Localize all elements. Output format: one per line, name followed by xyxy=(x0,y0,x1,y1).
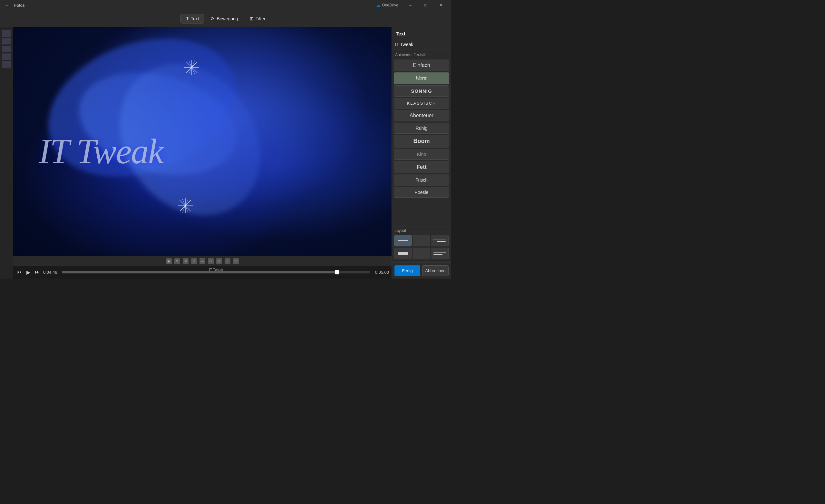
style-item-warm[interactable]: Warm xyxy=(394,73,449,84)
back-icon: ← xyxy=(5,3,9,8)
onedrive-icon: ☁ xyxy=(376,3,381,8)
thumbnail-1[interactable] xyxy=(2,30,11,37)
video-text-overlay: IT Tweak xyxy=(13,27,391,256)
maximize-button[interactable]: □ xyxy=(418,0,433,10)
abbrechen-button[interactable]: Abbrechen xyxy=(422,265,449,276)
layout-line-l1 xyxy=(434,252,446,253)
style-item-poesie[interactable]: Poesie xyxy=(394,187,449,198)
thumbnail-2[interactable] xyxy=(2,38,11,45)
current-time: 0:04,46 xyxy=(43,270,59,275)
panel-header: Text xyxy=(392,27,451,39)
timeline-track[interactable]: IT Tweak xyxy=(62,271,370,273)
main-area: IT Tweak ▣ ✎ ⊞ ⊟ — ✂ ◷ ○ □ ⏮ ▶ ⏭ 0:04,46… xyxy=(0,27,451,278)
close-button[interactable]: ✕ xyxy=(434,0,449,10)
bewegung-icon: ⟳ xyxy=(211,16,215,21)
tl-icon-4[interactable]: ⊟ xyxy=(191,258,197,264)
thumbnail-3[interactable] xyxy=(2,46,11,52)
layout-line-r2 xyxy=(437,241,446,242)
style-item-einfach[interactable]: Einfach xyxy=(394,60,449,71)
video-overlay-text: IT Tweak xyxy=(39,134,163,169)
timeline-icons: ▣ ✎ ⊞ ⊟ — ✂ ◷ ○ □ xyxy=(13,256,391,266)
filter-label: Filter xyxy=(255,16,266,21)
timeline-progress xyxy=(62,271,337,273)
filter-tab[interactable]: ⊞ Filter xyxy=(245,14,271,23)
toolbar: T Text ⟳ Bewegung ⊞ Filter xyxy=(0,10,451,27)
layout-btn-1[interactable] xyxy=(394,235,411,246)
style-item-klassisch[interactable]: KLASSISCH xyxy=(394,98,449,108)
timeline-controls: ⏮ ▶ ⏭ 0:04,46 IT Tweak 0:05,00 xyxy=(13,266,391,278)
text-tab[interactable]: T Text xyxy=(180,14,204,23)
fertig-button[interactable]: Fertig xyxy=(394,265,420,276)
thumbnail-panel xyxy=(0,27,13,278)
text-input[interactable] xyxy=(395,42,451,47)
bewegung-tab[interactable]: ⟳ Bewegung xyxy=(206,14,243,23)
onedrive-label: OneDrive xyxy=(382,3,398,7)
thumbnail-4[interactable] xyxy=(2,54,11,60)
layout-line-r1 xyxy=(433,240,446,240)
bewegung-label: Bewegung xyxy=(217,16,238,21)
thumbnail-5[interactable] xyxy=(2,61,11,68)
skip-back-button[interactable]: ⏮ xyxy=(15,269,23,276)
style-item-sonnig[interactable]: SONNIG xyxy=(394,85,449,97)
layout-grid xyxy=(394,235,449,259)
style-item-frisch[interactable]: Frisch xyxy=(394,175,449,185)
layout-block xyxy=(398,252,408,255)
tl-icon-2[interactable]: ✎ xyxy=(174,258,180,264)
layout-section: Layout xyxy=(392,226,451,262)
layout-btn-4[interactable] xyxy=(394,248,411,259)
style-item-ruhig[interactable]: Ruhig xyxy=(394,123,449,134)
style-item-fett[interactable]: Fett xyxy=(394,161,449,173)
end-time: 0:05,00 xyxy=(374,270,389,275)
style-list: EinfachWarmSONNIGKLASSISCHAbenteuerRuhig… xyxy=(392,58,451,226)
layout-lines-left xyxy=(432,252,448,255)
right-panel: Text ✕ Animierter Textstil EinfachWarmSO… xyxy=(391,27,451,278)
style-item-abenteuer[interactable]: Abenteuer xyxy=(394,110,449,121)
onedrive-indicator: ☁ OneDrive xyxy=(376,3,398,8)
back-button[interactable]: ← xyxy=(3,1,12,10)
tl-icon-7[interactable]: ◷ xyxy=(216,258,222,264)
tl-icon-3[interactable]: ⊞ xyxy=(183,258,189,264)
play-button[interactable]: ▶ xyxy=(25,269,31,276)
timeline-clip-label: IT Tweak xyxy=(209,268,223,271)
tl-icon-8[interactable]: ○ xyxy=(225,258,230,264)
style-item-kino[interactable]: Kino xyxy=(394,149,449,160)
filter-icon: ⊞ xyxy=(250,16,253,21)
tl-icon-9[interactable]: □ xyxy=(233,258,239,264)
title-bar: ← Fotos ☁ OneDrive ─ □ ✕ xyxy=(0,0,451,10)
tl-icon-5[interactable]: — xyxy=(200,258,205,264)
style-item-boom[interactable]: Boom xyxy=(394,135,449,148)
layout-btn-2[interactable] xyxy=(413,235,430,246)
layout-line-1 xyxy=(398,240,408,241)
layout-btn-5[interactable] xyxy=(413,248,430,259)
tl-icon-1[interactable]: ▣ xyxy=(166,258,172,264)
style-section-label: Animierter Textstil xyxy=(392,50,451,58)
layout-line-l2 xyxy=(434,254,443,255)
text-tab-icon: T xyxy=(186,16,189,21)
skip-forward-button[interactable]: ⏭ xyxy=(33,269,41,276)
layout-btn-6[interactable] xyxy=(432,248,449,259)
text-tab-label: Text xyxy=(191,16,199,21)
title-bar-right: ☁ OneDrive ─ □ ✕ xyxy=(376,0,449,10)
minimize-button[interactable]: ─ xyxy=(403,0,418,10)
tl-icon-6[interactable]: ✂ xyxy=(208,258,214,264)
layout-lines-right xyxy=(433,240,447,242)
app-title: Fotos xyxy=(14,3,25,8)
panel-bottom: Fertig Abbrechen xyxy=(392,262,451,278)
video-canvas: IT Tweak xyxy=(13,27,391,256)
title-bar-left: ← Fotos xyxy=(3,1,25,10)
layout-btn-3[interactable] xyxy=(432,235,449,246)
panel-input-row: ✕ xyxy=(392,39,451,50)
timeline-handle[interactable] xyxy=(335,270,339,274)
video-area: IT Tweak ▣ ✎ ⊞ ⊟ — ✂ ◷ ○ □ ⏮ ▶ ⏭ 0:04,46… xyxy=(13,27,391,278)
layout-label: Layout xyxy=(394,228,449,233)
